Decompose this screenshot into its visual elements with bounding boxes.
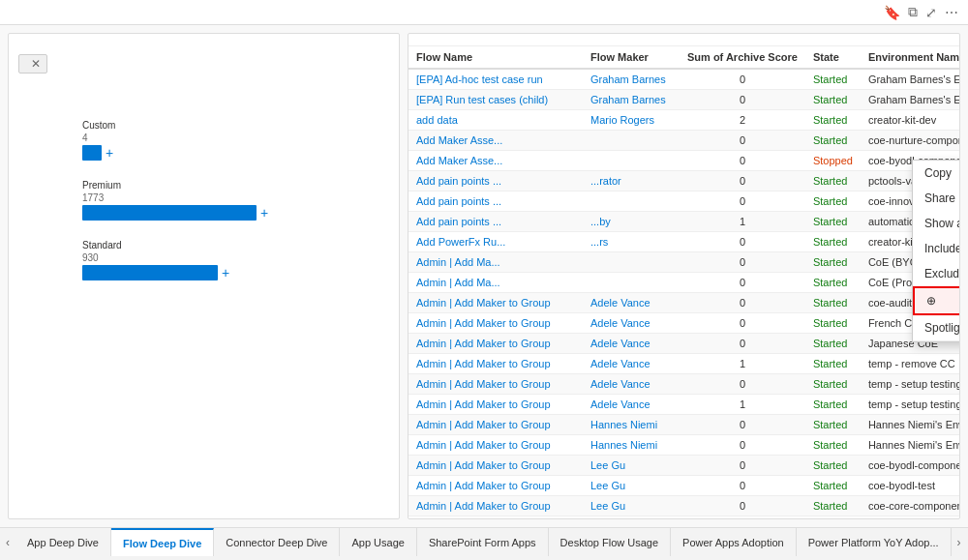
cell-archive-score: 1 [680,212,805,232]
tab-connector-deep-dive[interactable]: Connector Deep Dive [214,528,340,556]
cell-flow-maker[interactable]: Adele Vance [583,313,680,334]
tab-prev-button[interactable]: ‹ [0,528,15,556]
menu-share[interactable]: Share › [913,186,960,211]
more-icon[interactable]: ⋯ [945,5,958,20]
cell-flow-name[interactable]: add data [408,110,583,131]
cell-flow-name[interactable]: Add pain points ... [408,171,583,192]
table-row[interactable]: Admin | Add Maker to Group Adele Vance 0… [408,313,959,334]
table-row[interactable]: Add Maker Asse... 0 Stopped coe-byodl-co… [408,151,959,171]
cell-flow-name[interactable]: Admin | Add Ma... [408,273,583,293]
expand-icon[interactable]: ⤢ [925,5,937,20]
cell-flow-maker[interactable]: Hannes Niemi [583,435,680,456]
menu-spotlight[interactable]: Spotlight [913,315,960,341]
bar-plus-icon[interactable]: + [222,265,229,280]
table-row[interactable]: Admin | Add Maker to Group Adele Vance 0… [408,293,959,313]
cell-flow-name[interactable]: Admin | Add Maker to Group [408,496,583,516]
table-row[interactable]: Admin | Add Maker to Group Adele Vance 1… [408,395,959,415]
cell-flow-name[interactable]: Admin | Add Maker to Group [408,354,583,374]
table-row[interactable]: Admin | Add Ma... 0 Started CoE (BYODL P… [408,252,959,273]
menu-include[interactable]: Include [913,236,960,261]
table-row[interactable]: Add pain points ... ...rator 0 Started p… [408,171,959,192]
cell-env-name: temp - setup testing 1 [861,374,959,395]
bar-plus-icon[interactable]: + [106,145,113,161]
copy-icon[interactable]: ⧉ [908,4,918,20]
cell-flow-maker[interactable]: Adele Vance [583,354,680,374]
cell-flow-maker[interactable]: ...by [583,212,680,232]
table-row[interactable]: Admin | Add Maker to Group Hannes Niemi … [408,435,959,456]
cell-flow-maker[interactable]: Adele Vance [583,374,680,395]
cell-flow-maker[interactable]: ...rator [583,171,680,192]
table-row[interactable]: Add pain points ... 0 Started coe-innova… [408,192,959,212]
cell-flow-name[interactable]: Add pain points ... [408,192,583,212]
menu-show-as-table[interactable]: Show as a table [913,211,960,236]
cell-flow-name[interactable]: Add pain points ... [408,212,583,232]
table-container[interactable]: Flow Name Flow Maker Sum of Archive Scor… [408,46,959,518]
right-panel: Flow Name Flow Maker Sum of Archive Scor… [408,33,960,519]
table-row[interactable]: Admin | Add Maker to Group Adele Vance 1… [408,354,959,374]
table-row[interactable]: Admin | Add Maker to Group Adele Vance 0… [408,334,959,354]
table-row[interactable]: Admin | Add Maker to Group Lee Gu 0 Star… [408,496,959,516]
table-row[interactable]: Admin | Add Ma... 0 Started CoE (Prod In… [408,273,959,293]
cell-flow-name[interactable]: [EPA] Run test cases (child) [408,90,583,110]
tab-desktop-flow-usage[interactable]: Desktop Flow Usage [549,528,672,556]
cell-flow-maker[interactable]: Graham Barnes [583,69,680,90]
cell-flow-name[interactable]: Admin | Add Maker to Group [408,435,583,456]
table-row[interactable]: Add PowerFx Ru... ...rs 0 Started creato… [408,232,959,252]
cell-flow-name[interactable]: Admin | Add Maker to Group [408,415,583,435]
cell-archive-score: 2 [680,110,805,131]
bar-plus-icon[interactable]: + [260,205,268,221]
tab-power-apps-adoption[interactable]: Power Apps Adoption [671,528,797,556]
tab-sharepoint-form-apps[interactable]: SharePoint Form Apps [417,528,549,556]
cell-flow-maker[interactable]: Lee Gu [583,496,680,516]
bookmark-icon[interactable]: 🔖 [884,5,900,20]
tab-app-usage[interactable]: App Usage [340,528,416,556]
menu-exclude[interactable]: Exclude [913,261,960,286]
tab-power-platform-yoy-adop[interactable]: Power Platform YoY Adop... [797,528,952,556]
table-row[interactable]: [EPA] Run test cases (child) Graham Barn… [408,90,959,110]
table-row[interactable]: [EPA] Ad-hoc test case run Graham Barnes… [408,69,959,90]
cell-flow-name[interactable]: Add PowerFx Ru... [408,232,583,252]
table-row[interactable]: Admin | Add Maker to Group Lee Gu 0 Star… [408,516,959,519]
cell-state: Started [805,69,861,90]
tab-flow-deep-dive[interactable]: Flow Deep Dive [111,528,214,556]
cell-flow-maker[interactable]: Graham Barnes [583,90,680,110]
cell-flow-maker[interactable]: Adele Vance [583,395,680,415]
cell-flow-maker[interactable]: Adele Vance [583,293,680,313]
menu-copy[interactable]: Copy › [913,161,960,186]
cell-flow-name[interactable]: Admin | Add Maker to Group [408,313,583,334]
menu-spotlight-label: Spotlight [924,321,960,335]
table-row[interactable]: Admin | Add Maker to Group Hannes Niemi … [408,415,959,435]
cell-flow-maker[interactable]: Lee Gu [583,516,680,519]
cell-env-name: Graham Barnes's Environment [861,90,959,110]
cell-flow-name[interactable]: Admin | Add Maker to Group [408,456,583,476]
cell-flow-maker[interactable]: ...rs [583,232,680,252]
table-row[interactable]: Add pain points ... ...by 1 Started auto… [408,212,959,232]
cell-flow-maker[interactable]: Mario Rogers [583,110,680,131]
table-row[interactable]: add data Mario Rogers 2 Started creator-… [408,110,959,131]
cell-flow-name[interactable]: Admin | Add Ma... [408,252,583,273]
table-row[interactable]: Admin | Add Maker to Group Lee Gu 0 Star… [408,456,959,476]
cell-flow-name[interactable]: Add Maker Asse... [408,151,583,171]
cell-archive-score: 0 [680,192,805,212]
cell-flow-maker[interactable]: Adele Vance [583,334,680,354]
table-row[interactable]: Admin | Add Maker to Group Lee Gu 0 Star… [408,476,959,496]
cell-flow-name[interactable]: Admin | Add Maker to Group [408,293,583,313]
cell-flow-name[interactable]: Admin | Add Maker to Group [408,334,583,354]
context-menu[interactable]: Copy › Share › Show as a table Include E… [912,160,960,342]
cell-flow-name[interactable]: Admin | Add Maker to Group [408,516,583,519]
cell-flow-maker[interactable]: Lee Gu [583,456,680,476]
filter-tag-close[interactable]: ✕ [31,57,41,71]
cell-flow-name[interactable]: Admin | Add Maker to Group [408,476,583,496]
table-row[interactable]: Add Maker Asse... 0 Started coe-nurture-… [408,131,959,151]
cell-flow-maker [583,151,680,171]
cell-flow-name[interactable]: Admin | Add Maker to Group [408,374,583,395]
cell-flow-maker[interactable]: Lee Gu [583,476,680,496]
cell-flow-name[interactable]: Add Maker Asse... [408,131,583,151]
cell-flow-name[interactable]: Admin | Add Maker to Group [408,395,583,415]
tab-next-button[interactable]: › [952,528,967,556]
cell-flow-maker[interactable]: Hannes Niemi [583,415,680,435]
cell-flow-name[interactable]: [EPA] Ad-hoc test case run [408,69,583,90]
tab-app-deep-dive[interactable]: App Deep Dive [15,528,111,556]
menu-drill-through[interactable]: ⊕ Drill through › Manage Flow Access Rev… [913,286,960,315]
table-row[interactable]: Admin | Add Maker to Group Adele Vance 0… [408,374,959,395]
